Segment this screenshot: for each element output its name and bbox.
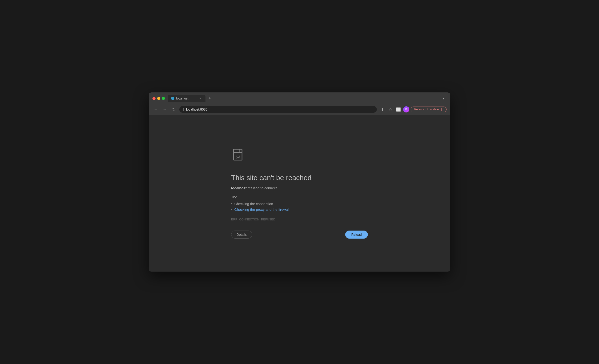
forward-button[interactable]: → [161, 106, 168, 113]
error-try-label: Try: [231, 195, 237, 199]
reload-button[interactable]: ↻ [170, 106, 177, 113]
suggestion-1: Checking the connection [231, 201, 289, 206]
svg-point-3 [239, 156, 240, 157]
toolbar-actions: ⬆ ☆ ⬜ E Relaunch to update ⋮ [379, 106, 447, 113]
svg-point-2 [236, 156, 237, 157]
active-tab[interactable]: localhost × [168, 95, 205, 102]
error-code: ERR_CONNECTION_REFUSED [231, 218, 275, 221]
close-window-button[interactable] [152, 97, 156, 100]
error-host: localhost [231, 186, 247, 190]
suggestion-2[interactable]: Checking the proxy and the firewall [231, 206, 289, 212]
error-subtitle-rest: refused to connect. [247, 186, 278, 190]
suggestion-1-text: Checking the connection [234, 202, 273, 206]
title-bar: localhost × + ▾ [149, 92, 450, 104]
error-actions: Details Reload [231, 231, 368, 239]
profile-avatar[interactable]: E [403, 106, 409, 112]
error-suggestions-list: Checking the connection Checking the pro… [231, 201, 289, 212]
relaunch-button[interactable]: Relaunch to update ⋮ [411, 107, 447, 112]
url-input[interactable] [186, 107, 373, 111]
url-bar[interactable]: ℹ [179, 106, 377, 113]
error-icon [231, 148, 246, 164]
new-tab-button[interactable]: + [206, 95, 213, 102]
error-title: This site can't be reached [231, 174, 311, 182]
tab-dropdown-button[interactable]: ▾ [440, 95, 447, 102]
share-button[interactable]: ⬆ [379, 106, 386, 113]
error-container: This site can't be reached localhost ref… [222, 139, 377, 248]
page-content: This site can't be reached localhost ref… [149, 115, 450, 272]
error-subtitle: localhost refused to connect. [231, 186, 278, 191]
maximize-window-button[interactable] [162, 97, 165, 100]
tab-title: localhost [176, 97, 196, 100]
proxy-firewall-link[interactable]: Checking the proxy and the firewall [234, 207, 289, 212]
browser-window: localhost × + ▾ ← → ↻ ℹ ⬆ ☆ ⬜ E Relaunch… [149, 92, 450, 272]
bookmark-button[interactable]: ☆ [387, 106, 394, 113]
tab-bar: localhost × + ▾ [168, 95, 447, 102]
reload-button[interactable]: Reload [345, 231, 368, 239]
relaunch-menu-icon: ⋮ [440, 108, 443, 111]
relaunch-label: Relaunch to update [414, 108, 439, 111]
tab-favicon-icon [171, 97, 174, 100]
window-controls [152, 97, 165, 100]
security-info-icon[interactable]: ℹ [183, 108, 184, 111]
address-bar: ← → ↻ ℹ ⬆ ☆ ⬜ E Relaunch to update ⋮ [149, 104, 450, 115]
sidebar-button[interactable]: ⬜ [395, 106, 402, 113]
minimize-window-button[interactable] [157, 97, 160, 100]
details-button[interactable]: Details [231, 231, 252, 239]
tab-close-button[interactable]: × [198, 97, 202, 100]
back-button[interactable]: ← [152, 106, 159, 113]
svg-rect-0 [234, 149, 242, 160]
